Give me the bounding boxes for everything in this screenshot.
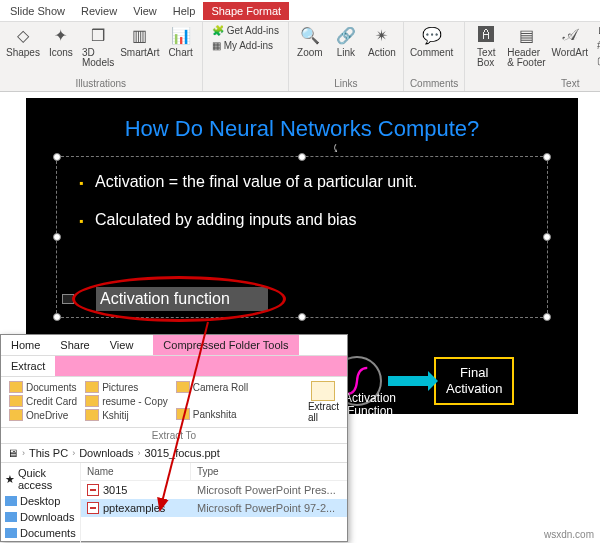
folder-icon [9,409,23,421]
col-name-header[interactable]: Name [81,463,191,480]
group-label-text: Text [471,78,600,91]
resize-handle[interactable] [53,153,61,161]
explorer-tab-extract[interactable]: Extract [1,356,55,376]
nav-documents[interactable]: Documents [5,527,76,539]
my-addins-button[interactable]: ▦My Add-ins [209,39,282,52]
breadcrumb-seg[interactable]: Downloads [79,447,133,459]
zoom-button[interactable]: 🔍Zoom [295,24,325,58]
explorer-tab-home[interactable]: Home [1,335,50,355]
resize-handle[interactable] [53,233,61,241]
headerfooter-button[interactable]: ▤Header & Footer [507,24,545,68]
dest-pictures[interactable]: Pictures [85,381,168,393]
folder-icon [85,395,99,407]
explorer-ribbon: Documents Credit Card OneDrive Pictures … [1,377,347,428]
tab-slideshow[interactable]: Slide Show [2,2,73,20]
store-icon: 🧩 [212,25,224,36]
resize-handle[interactable] [298,313,306,321]
link-icon: 🔗 [335,24,357,46]
ribbon-tabs: Slide Show Review View Help Shape Format [0,0,600,22]
tab-shape-format[interactable]: Shape Format [203,2,289,20]
group-illustrations: ◇Shapes ✦Icons ❒3D Models ▥SmartArt 📊Cha… [0,22,203,91]
slidenumber-button[interactable]: #Slide Number [594,39,600,52]
selected-text[interactable]: Activation function [96,287,268,311]
breadcrumb-seg[interactable]: 3015_focus.ppt [145,447,220,459]
extract-icon [311,381,335,401]
file-row[interactable]: pptexamples Microsoft PowerPoint 97-2... [81,499,347,517]
breadcrumb-seg[interactable]: This PC [29,447,68,459]
wordart-button[interactable]: 𝒜WordArt [552,24,589,58]
group-comments: 💬Comment Comments [404,22,465,91]
resize-handle[interactable] [298,153,306,161]
shapes-icon: ◇ [12,24,34,46]
3dmodels-button[interactable]: ❒3D Models [82,24,114,68]
doc-icon [5,528,17,538]
star-icon: ★ [5,473,15,486]
folder-icon [9,395,23,407]
get-addins-button[interactable]: 🧩Get Add-ins [209,24,282,37]
action-button[interactable]: ✴Action [367,24,397,58]
file-row[interactable]: 3015 Microsoft PowerPoint Pres... [81,481,347,499]
group-label-comments: Comments [410,78,458,91]
desktop-icon [5,496,17,506]
dest-documents[interactable]: Documents [9,381,77,393]
cursor-icon: ⤹ [331,142,340,155]
nav-desktop[interactable]: Desktop [5,495,76,507]
explorer-nav: ★Quick access Desktop Downloads Document… [1,463,81,543]
comment-button[interactable]: 💬Comment [410,24,453,58]
explorer-group-label: Extract To [1,428,347,444]
comment-icon: 💬 [421,24,443,46]
dest-onedrive[interactable]: OneDrive [9,409,77,421]
dest-camroll[interactable]: Camera Roll [176,381,249,393]
ppt-icon [87,484,99,496]
dest-pankshita[interactable]: Pankshita [176,408,249,420]
datetime-button[interactable]: 🗓Date & Time [594,24,600,37]
action-icon: ✴ [371,24,393,46]
tab-review[interactable]: Review [73,2,125,20]
smartart-button[interactable]: ▥SmartArt [120,24,159,58]
group-label-links: Links [295,78,397,91]
folder-icon [9,381,23,393]
group-text: 🅰Text Box ▤Header & Footer 𝒜WordArt 🗓Dat… [465,22,600,91]
tab-view[interactable]: View [125,2,165,20]
file-explorer-window[interactable]: Home Share View Compressed Folder Tools … [0,334,348,542]
textbox-icon: 🅰 [475,24,497,46]
resize-handle[interactable] [543,233,551,241]
final-activation-box: Final Activation [434,357,514,404]
cube-icon: ❒ [87,24,109,46]
explorer-tab-share[interactable]: Share [50,335,99,355]
folder-icon [176,381,190,393]
chart-button[interactable]: 📊Chart [166,24,196,58]
extract-all-button[interactable]: Extract all [308,381,339,423]
explorer-tab-view[interactable]: View [100,335,144,355]
resize-handle[interactable] [543,153,551,161]
bullet-item[interactable]: Calculated by adding inputs and bias [79,209,529,231]
icons-button[interactable]: ✦Icons [46,24,76,58]
col-type-header[interactable]: Type [191,463,347,480]
textbox-button[interactable]: 🅰Text Box [471,24,501,68]
resize-handle[interactable] [543,313,551,321]
link-button[interactable]: 🔗Link [331,24,361,58]
icons-icon: ✦ [50,24,72,46]
group-links: 🔍Zoom 🔗Link ✴Action Links [289,22,404,91]
resize-handle[interactable] [53,313,61,321]
explorer-tab-tools[interactable]: Compressed Folder Tools [153,335,298,355]
explorer-address-bar[interactable]: 🖥 › This PC › Downloads › 3015_focus.ppt [1,444,347,463]
dest-kshitij[interactable]: Kshitij [85,409,168,421]
download-icon [5,512,17,522]
folder-icon [176,408,190,420]
pc-icon: 🖥 [7,447,18,459]
folder-icon [85,409,99,421]
dest-creditcard[interactable]: Credit Card [9,395,77,407]
bullet-item[interactable]: Activation = the final value of a partic… [79,171,529,193]
dest-resume[interactable]: resume - Copy [85,395,168,407]
shapes-button[interactable]: ◇Shapes [6,24,40,58]
folder-icon [85,381,99,393]
group-addins: 🧩Get Add-ins ▦My Add-ins [203,22,289,91]
explorer-tabs: Home Share View Compressed Folder Tools [1,335,347,356]
nav-quick-access[interactable]: ★Quick access [5,467,76,491]
nav-downloads[interactable]: Downloads [5,511,76,523]
ppt-icon [87,502,99,514]
object-button[interactable]: ▢Object [594,54,600,67]
chart-icon: 📊 [170,24,192,46]
tab-help[interactable]: Help [165,2,204,20]
